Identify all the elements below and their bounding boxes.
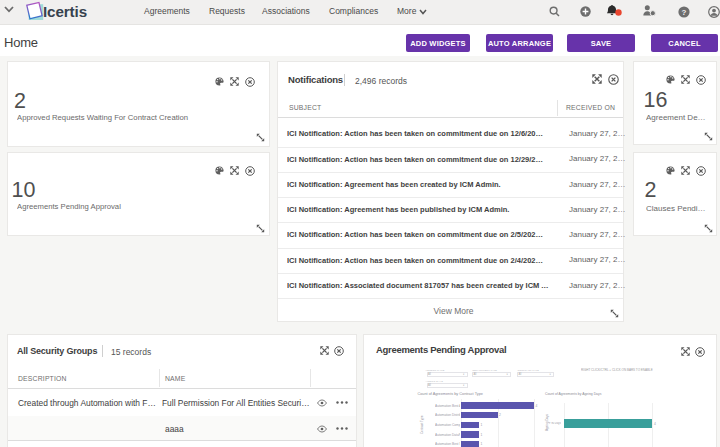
svg-text:?: ?: [682, 8, 687, 17]
